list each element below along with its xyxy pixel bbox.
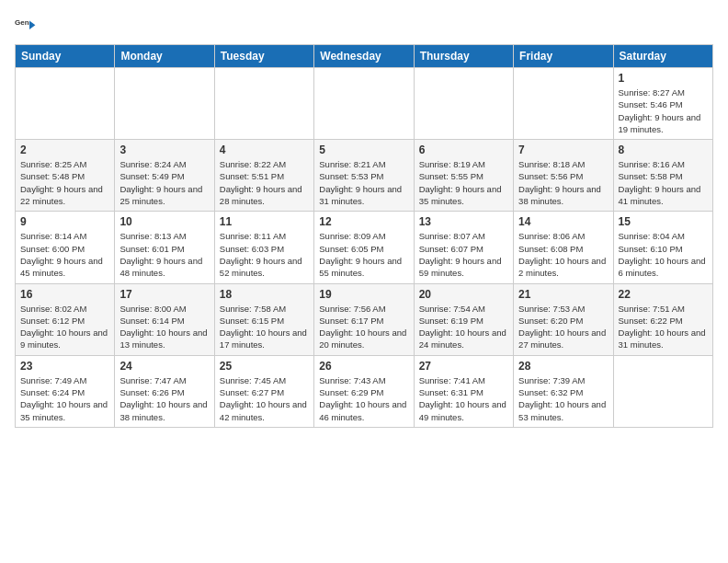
calendar-cell: 25Sunrise: 7:45 AM Sunset: 6:27 PM Dayli… — [214, 355, 313, 427]
calendar-cell: 2Sunrise: 8:25 AM Sunset: 5:48 PM Daylig… — [16, 140, 115, 212]
calendar-cell: 16Sunrise: 8:02 AM Sunset: 6:12 PM Dayli… — [16, 283, 115, 355]
day-number: 23 — [20, 360, 109, 373]
calendar-cell — [514, 68, 613, 140]
calendar-cell: 3Sunrise: 8:24 AM Sunset: 5:49 PM Daylig… — [115, 140, 214, 212]
weekday-header: Friday — [514, 45, 613, 68]
weekday-header: Wednesday — [314, 45, 414, 68]
calendar-cell: 7Sunrise: 8:18 AM Sunset: 5:56 PM Daylig… — [514, 140, 613, 212]
calendar-cell: 1Sunrise: 8:27 AM Sunset: 5:46 PM Daylig… — [613, 68, 712, 140]
calendar-cell — [115, 68, 214, 140]
day-number: 25 — [220, 360, 309, 373]
day-number: 13 — [419, 215, 508, 228]
day-info: Sunrise: 8:04 AM Sunset: 6:10 PM Dayligh… — [619, 230, 708, 279]
day-number: 15 — [619, 215, 708, 228]
day-number: 2 — [20, 144, 109, 156]
calendar-cell: 13Sunrise: 8:07 AM Sunset: 6:07 PM Dayli… — [414, 212, 513, 283]
weekday-header: Saturday — [613, 45, 712, 68]
day-info: Sunrise: 8:25 AM Sunset: 5:48 PM Dayligh… — [20, 158, 109, 207]
day-number: 24 — [119, 360, 209, 373]
calendar-cell: 15Sunrise: 8:04 AM Sunset: 6:10 PM Dayli… — [613, 212, 712, 283]
weekday-header: Tuesday — [214, 45, 313, 68]
day-info: Sunrise: 7:49 AM Sunset: 6:24 PM Dayligh… — [20, 374, 109, 423]
day-info: Sunrise: 8:14 AM Sunset: 6:00 PM Dayligh… — [20, 230, 109, 279]
day-info: Sunrise: 8:13 AM Sunset: 6:01 PM Dayligh… — [119, 230, 209, 279]
day-info: Sunrise: 8:02 AM Sunset: 6:12 PM Dayligh… — [20, 303, 109, 351]
day-info: Sunrise: 8:18 AM Sunset: 5:56 PM Dayligh… — [518, 158, 608, 207]
day-number: 1 — [619, 72, 708, 85]
calendar-cell: 23Sunrise: 7:49 AM Sunset: 6:24 PM Dayli… — [16, 355, 115, 427]
day-number: 4 — [220, 144, 309, 156]
logo-icon: Gen — [15, 15, 37, 37]
calendar-cell: 24Sunrise: 7:47 AM Sunset: 6:26 PM Dayli… — [115, 355, 214, 427]
day-number: 20 — [419, 288, 508, 301]
calendar-cell: 12Sunrise: 8:09 AM Sunset: 6:05 PM Dayli… — [314, 212, 414, 283]
calendar-cell: 28Sunrise: 7:39 AM Sunset: 6:32 PM Dayli… — [514, 355, 613, 427]
svg-text:Gen: Gen — [15, 18, 29, 27]
calendar-cell — [613, 355, 712, 427]
calendar-week-row: 16Sunrise: 8:02 AM Sunset: 6:12 PM Dayli… — [16, 283, 713, 355]
day-number: 17 — [119, 288, 209, 301]
weekday-header: Monday — [115, 45, 214, 68]
header-row: SundayMondayTuesdayWednesdayThursdayFrid… — [16, 45, 713, 68]
day-info: Sunrise: 8:27 AM Sunset: 5:46 PM Dayligh… — [619, 86, 708, 135]
day-number: 12 — [319, 215, 408, 228]
day-info: Sunrise: 8:06 AM Sunset: 6:08 PM Dayligh… — [518, 230, 608, 279]
calendar-body: 1Sunrise: 8:27 AM Sunset: 5:46 PM Daylig… — [16, 68, 713, 428]
day-number: 10 — [119, 215, 209, 228]
day-number: 21 — [518, 288, 608, 301]
day-info: Sunrise: 8:00 AM Sunset: 6:14 PM Dayligh… — [119, 303, 209, 351]
day-number: 11 — [220, 215, 309, 228]
day-number: 19 — [319, 288, 408, 301]
day-number: 7 — [518, 144, 608, 156]
day-info: Sunrise: 8:07 AM Sunset: 6:07 PM Dayligh… — [419, 230, 508, 279]
calendar-cell: 4Sunrise: 8:22 AM Sunset: 5:51 PM Daylig… — [214, 140, 313, 212]
calendar-cell: 8Sunrise: 8:16 AM Sunset: 5:58 PM Daylig… — [613, 140, 712, 212]
day-number: 6 — [419, 144, 508, 156]
day-number: 8 — [619, 144, 708, 156]
day-number: 28 — [518, 360, 608, 373]
day-info: Sunrise: 7:41 AM Sunset: 6:31 PM Dayligh… — [419, 374, 508, 423]
day-info: Sunrise: 7:51 AM Sunset: 6:22 PM Dayligh… — [619, 303, 708, 351]
day-info: Sunrise: 7:47 AM Sunset: 6:26 PM Dayligh… — [119, 374, 209, 423]
weekday-header: Sunday — [16, 45, 115, 68]
logo: Gen — [15, 15, 40, 37]
calendar-cell: 20Sunrise: 7:54 AM Sunset: 6:19 PM Dayli… — [414, 283, 513, 355]
calendar-cell: 19Sunrise: 7:56 AM Sunset: 6:17 PM Dayli… — [314, 283, 414, 355]
day-info: Sunrise: 8:21 AM Sunset: 5:53 PM Dayligh… — [319, 158, 408, 207]
day-info: Sunrise: 7:43 AM Sunset: 6:29 PM Dayligh… — [319, 374, 408, 423]
calendar-header: SundayMondayTuesdayWednesdayThursdayFrid… — [16, 45, 713, 68]
day-info: Sunrise: 8:09 AM Sunset: 6:05 PM Dayligh… — [319, 230, 408, 279]
calendar-week-row: 1Sunrise: 8:27 AM Sunset: 5:46 PM Daylig… — [16, 68, 713, 140]
day-info: Sunrise: 8:19 AM Sunset: 5:55 PM Dayligh… — [419, 158, 508, 207]
calendar-cell: 17Sunrise: 8:00 AM Sunset: 6:14 PM Dayli… — [115, 283, 214, 355]
calendar-cell — [314, 68, 414, 140]
day-number: 18 — [220, 288, 309, 301]
calendar-cell — [214, 68, 313, 140]
calendar-cell: 26Sunrise: 7:43 AM Sunset: 6:29 PM Dayli… — [314, 355, 414, 427]
day-info: Sunrise: 7:56 AM Sunset: 6:17 PM Dayligh… — [319, 303, 408, 351]
day-number: 9 — [20, 215, 109, 228]
calendar-cell — [16, 68, 115, 140]
svg-marker-1 — [29, 20, 35, 29]
day-number: 5 — [319, 144, 408, 156]
calendar-cell: 11Sunrise: 8:11 AM Sunset: 6:03 PM Dayli… — [214, 212, 313, 283]
day-info: Sunrise: 7:39 AM Sunset: 6:32 PM Dayligh… — [518, 374, 608, 423]
day-number: 22 — [619, 288, 708, 301]
day-info: Sunrise: 7:58 AM Sunset: 6:15 PM Dayligh… — [220, 303, 309, 351]
day-info: Sunrise: 7:53 AM Sunset: 6:20 PM Dayligh… — [518, 303, 608, 351]
day-info: Sunrise: 7:45 AM Sunset: 6:27 PM Dayligh… — [220, 374, 309, 423]
calendar-table: SundayMondayTuesdayWednesdayThursdayFrid… — [15, 44, 713, 428]
day-info: Sunrise: 8:16 AM Sunset: 5:58 PM Dayligh… — [619, 158, 708, 207]
calendar-cell: 21Sunrise: 7:53 AM Sunset: 6:20 PM Dayli… — [514, 283, 613, 355]
day-number: 3 — [119, 144, 209, 156]
weekday-header: Thursday — [414, 45, 513, 68]
calendar-cell: 27Sunrise: 7:41 AM Sunset: 6:31 PM Dayli… — [414, 355, 513, 427]
calendar-cell: 6Sunrise: 8:19 AM Sunset: 5:55 PM Daylig… — [414, 140, 513, 212]
day-info: Sunrise: 7:54 AM Sunset: 6:19 PM Dayligh… — [419, 303, 508, 351]
calendar-cell: 22Sunrise: 7:51 AM Sunset: 6:22 PM Dayli… — [613, 283, 712, 355]
calendar-cell — [414, 68, 513, 140]
calendar-cell: 18Sunrise: 7:58 AM Sunset: 6:15 PM Dayli… — [214, 283, 313, 355]
calendar-cell: 5Sunrise: 8:21 AM Sunset: 5:53 PM Daylig… — [314, 140, 414, 212]
calendar-week-row: 9Sunrise: 8:14 AM Sunset: 6:00 PM Daylig… — [16, 212, 713, 283]
header: Gen — [15, 15, 713, 37]
